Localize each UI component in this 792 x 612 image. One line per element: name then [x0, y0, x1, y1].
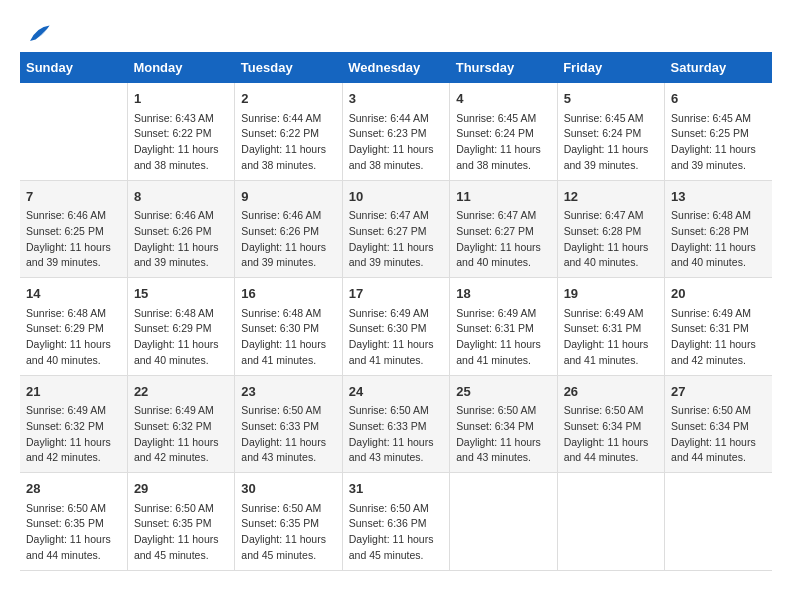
sunrise: Sunrise: 6:49 AM	[456, 306, 550, 322]
sunrise: Sunrise: 6:46 AM	[26, 208, 121, 224]
daylight: Daylight: 11 hours and 38 minutes.	[349, 142, 443, 174]
sunrise: Sunrise: 6:50 AM	[671, 403, 766, 419]
day-number: 1	[134, 89, 228, 109]
daylight: Daylight: 11 hours and 38 minutes.	[456, 142, 550, 174]
sunset: Sunset: 6:31 PM	[564, 321, 658, 337]
header-day-friday: Friday	[557, 52, 664, 83]
sunset: Sunset: 6:30 PM	[241, 321, 335, 337]
day-number: 3	[349, 89, 443, 109]
calendar-cell: 9Sunrise: 6:46 AMSunset: 6:26 PMDaylight…	[235, 180, 342, 278]
daylight: Daylight: 11 hours and 41 minutes.	[564, 337, 658, 369]
sunset: Sunset: 6:35 PM	[26, 516, 121, 532]
calendar-cell	[557, 473, 664, 571]
daylight: Daylight: 11 hours and 40 minutes.	[456, 240, 550, 272]
sunrise: Sunrise: 6:48 AM	[134, 306, 228, 322]
calendar-cell: 7Sunrise: 6:46 AMSunset: 6:25 PMDaylight…	[20, 180, 127, 278]
calendar-cell: 24Sunrise: 6:50 AMSunset: 6:33 PMDayligh…	[342, 375, 449, 473]
sunrise: Sunrise: 6:47 AM	[456, 208, 550, 224]
daylight: Daylight: 11 hours and 39 minutes.	[671, 142, 766, 174]
day-number: 25	[456, 382, 550, 402]
sunset: Sunset: 6:27 PM	[349, 224, 443, 240]
day-number: 12	[564, 187, 658, 207]
sunset: Sunset: 6:24 PM	[456, 126, 550, 142]
day-number: 18	[456, 284, 550, 304]
sunrise: Sunrise: 6:50 AM	[349, 403, 443, 419]
day-number: 14	[26, 284, 121, 304]
sunset: Sunset: 6:26 PM	[241, 224, 335, 240]
week-row-4: 28Sunrise: 6:50 AMSunset: 6:35 PMDayligh…	[20, 473, 772, 571]
calendar-cell: 21Sunrise: 6:49 AMSunset: 6:32 PMDayligh…	[20, 375, 127, 473]
day-number: 22	[134, 382, 228, 402]
header-day-wednesday: Wednesday	[342, 52, 449, 83]
daylight: Daylight: 11 hours and 42 minutes.	[26, 435, 121, 467]
sunset: Sunset: 6:32 PM	[134, 419, 228, 435]
logo-bird-icon	[23, 20, 51, 48]
daylight: Daylight: 11 hours and 44 minutes.	[26, 532, 121, 564]
calendar-cell: 3Sunrise: 6:44 AMSunset: 6:23 PMDaylight…	[342, 83, 449, 180]
sunrise: Sunrise: 6:48 AM	[241, 306, 335, 322]
sunset: Sunset: 6:30 PM	[349, 321, 443, 337]
daylight: Daylight: 11 hours and 40 minutes.	[26, 337, 121, 369]
week-row-1: 7Sunrise: 6:46 AMSunset: 6:25 PMDaylight…	[20, 180, 772, 278]
day-number: 11	[456, 187, 550, 207]
day-number: 8	[134, 187, 228, 207]
week-row-2: 14Sunrise: 6:48 AMSunset: 6:29 PMDayligh…	[20, 278, 772, 376]
daylight: Daylight: 11 hours and 44 minutes.	[671, 435, 766, 467]
day-number: 4	[456, 89, 550, 109]
sunrise: Sunrise: 6:45 AM	[456, 111, 550, 127]
day-number: 7	[26, 187, 121, 207]
sunset: Sunset: 6:35 PM	[134, 516, 228, 532]
daylight: Daylight: 11 hours and 39 minutes.	[134, 240, 228, 272]
daylight: Daylight: 11 hours and 43 minutes.	[456, 435, 550, 467]
day-number: 28	[26, 479, 121, 499]
day-number: 29	[134, 479, 228, 499]
sunset: Sunset: 6:25 PM	[26, 224, 121, 240]
daylight: Daylight: 11 hours and 42 minutes.	[671, 337, 766, 369]
daylight: Daylight: 11 hours and 41 minutes.	[349, 337, 443, 369]
calendar-cell: 4Sunrise: 6:45 AMSunset: 6:24 PMDaylight…	[450, 83, 557, 180]
calendar-cell: 23Sunrise: 6:50 AMSunset: 6:33 PMDayligh…	[235, 375, 342, 473]
sunset: Sunset: 6:34 PM	[456, 419, 550, 435]
sunrise: Sunrise: 6:48 AM	[671, 208, 766, 224]
sunrise: Sunrise: 6:47 AM	[564, 208, 658, 224]
day-number: 13	[671, 187, 766, 207]
day-number: 20	[671, 284, 766, 304]
daylight: Daylight: 11 hours and 45 minutes.	[241, 532, 335, 564]
week-row-3: 21Sunrise: 6:49 AMSunset: 6:32 PMDayligh…	[20, 375, 772, 473]
daylight: Daylight: 11 hours and 39 minutes.	[564, 142, 658, 174]
day-number: 2	[241, 89, 335, 109]
header-day-saturday: Saturday	[665, 52, 772, 83]
daylight: Daylight: 11 hours and 39 minutes.	[349, 240, 443, 272]
sunrise: Sunrise: 6:49 AM	[564, 306, 658, 322]
sunset: Sunset: 6:27 PM	[456, 224, 550, 240]
day-number: 30	[241, 479, 335, 499]
sunset: Sunset: 6:22 PM	[134, 126, 228, 142]
daylight: Daylight: 11 hours and 44 minutes.	[564, 435, 658, 467]
daylight: Daylight: 11 hours and 39 minutes.	[241, 240, 335, 272]
sunrise: Sunrise: 6:49 AM	[671, 306, 766, 322]
day-number: 9	[241, 187, 335, 207]
daylight: Daylight: 11 hours and 45 minutes.	[134, 532, 228, 564]
daylight: Daylight: 11 hours and 42 minutes.	[134, 435, 228, 467]
calendar-cell: 19Sunrise: 6:49 AMSunset: 6:31 PMDayligh…	[557, 278, 664, 376]
sunset: Sunset: 6:36 PM	[349, 516, 443, 532]
daylight: Daylight: 11 hours and 41 minutes.	[456, 337, 550, 369]
sunset: Sunset: 6:34 PM	[671, 419, 766, 435]
calendar-cell: 25Sunrise: 6:50 AMSunset: 6:34 PMDayligh…	[450, 375, 557, 473]
calendar-cell: 13Sunrise: 6:48 AMSunset: 6:28 PMDayligh…	[665, 180, 772, 278]
sunset: Sunset: 6:25 PM	[671, 126, 766, 142]
sunset: Sunset: 6:26 PM	[134, 224, 228, 240]
day-number: 6	[671, 89, 766, 109]
header-day-sunday: Sunday	[20, 52, 127, 83]
sunrise: Sunrise: 6:49 AM	[26, 403, 121, 419]
calendar-cell: 22Sunrise: 6:49 AMSunset: 6:32 PMDayligh…	[127, 375, 234, 473]
daylight: Daylight: 11 hours and 41 minutes.	[241, 337, 335, 369]
daylight: Daylight: 11 hours and 38 minutes.	[134, 142, 228, 174]
header-day-monday: Monday	[127, 52, 234, 83]
sunset: Sunset: 6:28 PM	[671, 224, 766, 240]
header-day-tuesday: Tuesday	[235, 52, 342, 83]
calendar-cell: 1Sunrise: 6:43 AMSunset: 6:22 PMDaylight…	[127, 83, 234, 180]
calendar-cell: 2Sunrise: 6:44 AMSunset: 6:22 PMDaylight…	[235, 83, 342, 180]
calendar-cell: 14Sunrise: 6:48 AMSunset: 6:29 PMDayligh…	[20, 278, 127, 376]
day-number: 23	[241, 382, 335, 402]
